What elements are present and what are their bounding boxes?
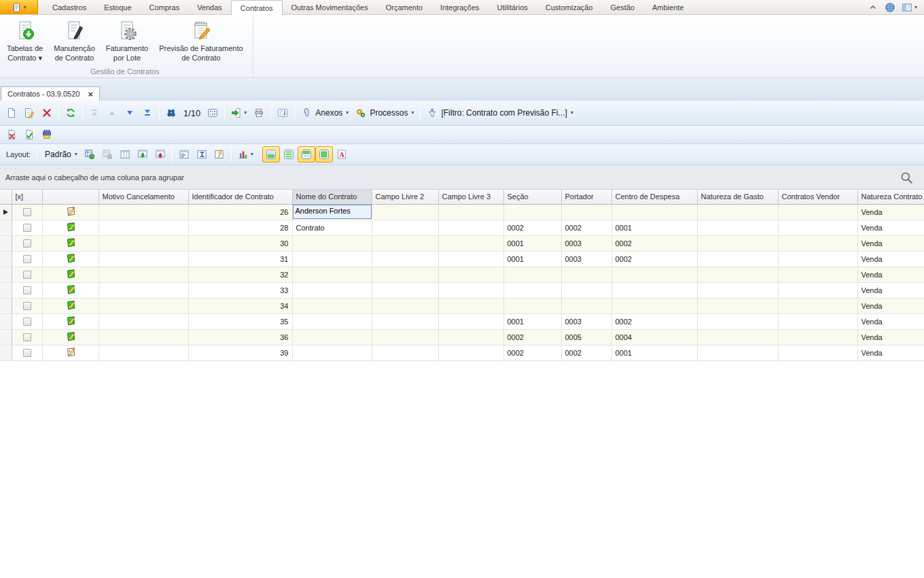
- last-record-button[interactable]: [139, 104, 156, 122]
- table-row[interactable]: 33Venda: [0, 282, 924, 298]
- column-header-centro[interactable]: Centro de Despesa: [611, 190, 697, 204]
- cell-identificador[interactable]: 32: [188, 267, 292, 282]
- card-view-button[interactable]: [204, 104, 221, 122]
- row-checkbox[interactable]: [23, 349, 31, 357]
- cell-natgasto[interactable]: [697, 267, 778, 282]
- cell-natgasto[interactable]: [697, 282, 778, 298]
- inline-cell-editor[interactable]: Anderson Fortes: [293, 205, 372, 219]
- cell-natcontrato[interactable]: Venda: [857, 204, 924, 220]
- totals-button[interactable]: [193, 146, 211, 163]
- row-status-cell[interactable]: [42, 267, 99, 282]
- row-select-cell[interactable]: [12, 329, 42, 345]
- cell-portador[interactable]: 0002: [561, 220, 611, 235]
- cell-portador[interactable]: [561, 267, 611, 282]
- column-header-secao[interactable]: Seção: [503, 190, 561, 204]
- cell-identificador[interactable]: 36: [188, 329, 292, 345]
- previous-record-button[interactable]: [103, 104, 121, 122]
- cell-nome[interactable]: [292, 313, 372, 329]
- cell-secao[interactable]: 0001: [503, 235, 561, 251]
- row-status-cell[interactable]: [42, 313, 99, 329]
- layout-preset-dropdown[interactable]: Padrão▾: [40, 146, 81, 163]
- row-status-cell[interactable]: [42, 345, 99, 360]
- cell-campo3[interactable]: [438, 251, 503, 267]
- cell-motivo[interactable]: [99, 204, 188, 220]
- row-select-cell[interactable]: [12, 267, 42, 282]
- faturamento-por-lote-button[interactable]: Faturamentopor Lote: [101, 16, 154, 65]
- cell-portador[interactable]: [561, 298, 611, 313]
- cell-identificador[interactable]: 26: [188, 204, 292, 220]
- quick-filter-button[interactable]: [211, 146, 228, 163]
- new-record-button[interactable]: [3, 104, 20, 122]
- cell-fill-toggle[interactable]: [315, 146, 333, 163]
- column-header-motivo[interactable]: Motivo Cancelamento: [99, 190, 188, 204]
- cell-secao[interactable]: [503, 204, 561, 220]
- first-record-button[interactable]: [86, 104, 103, 122]
- row-select-cell[interactable]: [12, 251, 42, 267]
- cell-natcontrato[interactable]: Venda: [857, 329, 924, 345]
- cell-campo3[interactable]: [438, 329, 503, 345]
- cell-vendor[interactable]: [778, 298, 857, 313]
- cell-motivo[interactable]: [99, 267, 188, 282]
- anexos-button[interactable]: Anexos▾: [298, 104, 352, 122]
- cell-nome[interactable]: [292, 329, 372, 345]
- cell-motivo[interactable]: [99, 313, 188, 329]
- cell-natgasto[interactable]: [697, 313, 778, 329]
- column-sort-button[interactable]: [274, 104, 291, 122]
- row-select-cell[interactable]: [12, 345, 42, 360]
- cell-motivo[interactable]: [99, 345, 188, 360]
- cell-campo3[interactable]: [438, 235, 503, 251]
- cell-natgasto[interactable]: [697, 329, 778, 345]
- cell-nome[interactable]: Contrato: [292, 220, 372, 235]
- column-header-natcontrato[interactable]: Natureza Contrato: [857, 190, 924, 204]
- cell-portador[interactable]: 0002: [561, 345, 611, 360]
- menu-tab-utilitarios[interactable]: Utilitários: [488, 0, 537, 14]
- cell-vendor[interactable]: [778, 313, 857, 329]
- cell-secao[interactable]: 0002: [503, 220, 561, 235]
- table-row[interactable]: 32Venda: [0, 267, 924, 282]
- column-chooser-button[interactable]: [116, 146, 134, 163]
- cell-identificador[interactable]: 30: [188, 235, 292, 251]
- help-globe-icon[interactable]: [885, 2, 895, 13]
- column-header-portador[interactable]: Portador: [561, 190, 611, 204]
- menu-tab-customizacao[interactable]: Customização: [537, 0, 602, 14]
- preview-top-toggle[interactable]: [298, 146, 315, 163]
- print-button[interactable]: [250, 104, 268, 122]
- cell-campo3[interactable]: [438, 204, 503, 220]
- cell-vendor[interactable]: [778, 267, 857, 282]
- cell-centro[interactable]: 0004: [611, 329, 697, 345]
- cell-campo3[interactable]: [438, 267, 503, 282]
- print-marked-button[interactable]: [38, 126, 56, 143]
- cell-natcontrato[interactable]: Venda: [857, 235, 924, 251]
- cell-natcontrato[interactable]: Venda: [857, 313, 924, 329]
- cell-natgasto[interactable]: [697, 298, 778, 313]
- menu-tab-contratos[interactable]: Contratos: [231, 0, 283, 15]
- row-select-cell[interactable]: [12, 220, 42, 235]
- cell-motivo[interactable]: [99, 329, 188, 345]
- cell-vendor[interactable]: [778, 220, 857, 235]
- menu-tab-outras-movimentacoes[interactable]: Outras Movimentações: [283, 0, 377, 14]
- cell-vendor[interactable]: [778, 235, 857, 251]
- cell-centro[interactable]: 0002: [611, 251, 697, 267]
- cell-campo3[interactable]: [438, 313, 503, 329]
- cell-identificador[interactable]: 39: [188, 345, 292, 360]
- row-checkbox[interactable]: [23, 333, 31, 341]
- group-by-bar[interactable]: Arraste aqui o cabeçalho de uma coluna p…: [0, 165, 924, 190]
- cell-motivo[interactable]: [99, 220, 188, 235]
- cell-natcontrato[interactable]: Venda: [857, 345, 924, 360]
- cell-campo2[interactable]: [372, 298, 438, 313]
- cell-vendor[interactable]: [778, 204, 857, 220]
- table-row[interactable]: 36000200050004Venda: [0, 329, 924, 345]
- cell-campo3[interactable]: [438, 220, 503, 235]
- cell-vendor[interactable]: [778, 345, 857, 360]
- cell-secao[interactable]: [503, 282, 561, 298]
- cell-nome[interactable]: [292, 267, 372, 282]
- row-status-cell[interactable]: [42, 220, 99, 235]
- cell-portador[interactable]: [561, 204, 611, 220]
- table-row[interactable]: 28Contrato000200020001Venda: [0, 220, 924, 235]
- menu-tab-compras[interactable]: Compras: [141, 0, 189, 14]
- column-header-campo3[interactable]: Campo Livre 3: [438, 190, 503, 204]
- row-checkbox[interactable]: [23, 302, 31, 310]
- cell-centro[interactable]: 0002: [611, 313, 697, 329]
- cell-motivo[interactable]: [99, 251, 188, 267]
- search-records-button[interactable]: [162, 104, 180, 122]
